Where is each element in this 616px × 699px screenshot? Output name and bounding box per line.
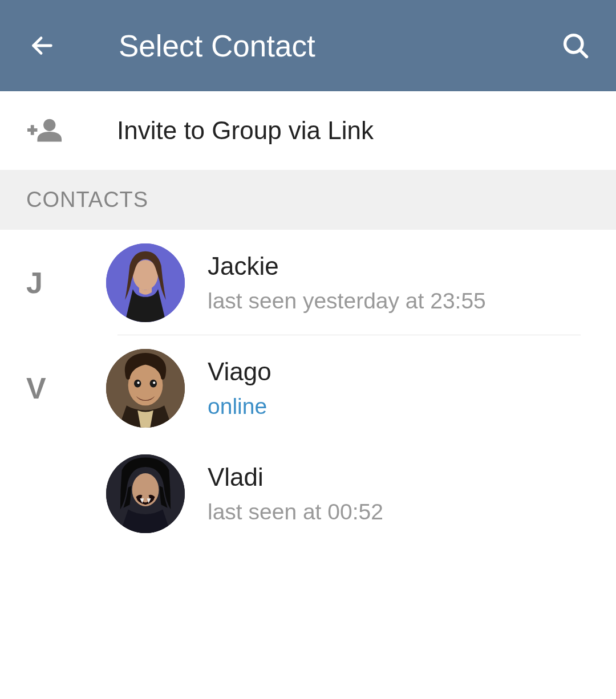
svg-rect-5 (31, 125, 34, 135)
invite-label: Invite to Group via Link (117, 116, 374, 145)
invite-via-link-button[interactable]: Invite to Group via Link (0, 91, 616, 170)
svg-line-2 (580, 50, 587, 57)
avatar (106, 349, 185, 428)
svg-point-3 (43, 119, 55, 131)
contacts-section-header: CONTACTS (0, 170, 616, 230)
page-title: Select Contact (119, 29, 561, 63)
add-person-icon (27, 117, 63, 144)
section-letter: J (26, 266, 80, 300)
section-title: CONTACTS (26, 188, 148, 212)
svg-point-13 (153, 381, 155, 384)
contact-row-jackie[interactable]: J Jackie last seen yesterday at 23:55 (0, 230, 616, 335)
contact-info: Viago online (208, 357, 599, 419)
svg-point-12 (137, 381, 140, 384)
contact-row-viago[interactable]: V Viago online (0, 335, 616, 441)
contact-info: Vladi last seen at 00:52 (208, 463, 599, 525)
avatar (106, 243, 185, 322)
contact-info: Jackie last seen yesterday at 23:55 (208, 252, 599, 314)
svg-point-15 (132, 473, 159, 506)
contact-row-vladi[interactable]: Vladi last seen at 00:52 (0, 441, 616, 546)
contact-name: Viago (208, 357, 599, 386)
contact-name: Jackie (208, 252, 599, 281)
contact-status: online (208, 394, 599, 419)
avatar (106, 454, 185, 533)
back-arrow-icon[interactable] (29, 32, 56, 59)
contact-name: Vladi (208, 463, 599, 491)
contact-status: last seen yesterday at 23:55 (208, 288, 599, 314)
contact-status: last seen at 00:52 (208, 499, 599, 525)
app-header: Select Contact (0, 0, 616, 91)
contacts-list: J Jackie last seen yesterday at 23:55 V (0, 230, 616, 546)
search-icon[interactable] (561, 31, 590, 60)
section-letter: V (26, 371, 80, 405)
